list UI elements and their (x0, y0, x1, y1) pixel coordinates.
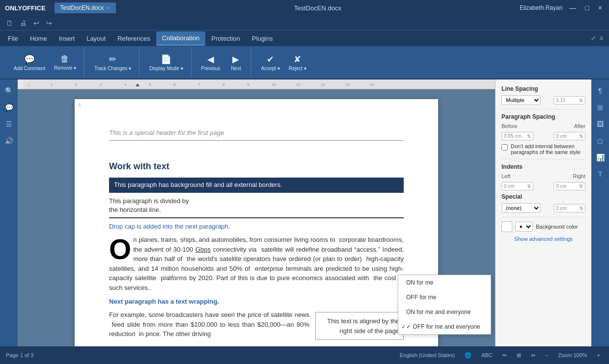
title-bar-right: Elizabeth.Rayan — □ × (520, 4, 604, 12)
title-bar-left: ONLYOFFICE TestDocEN.docx × (5, 2, 116, 13)
next-icon: ▶ (232, 54, 239, 65)
ribbon-group-comment: 💬 Add Comment 🗑 Remove ▾ (6, 48, 84, 77)
add-comment-label: Add Comment (14, 66, 45, 71)
minimize-button[interactable]: — (567, 4, 578, 12)
app-logo: ONLYOFFICE (5, 4, 46, 12)
menu-more-icon[interactable]: ≡ (600, 35, 603, 42)
remove-icon: 🗑 (60, 54, 69, 64)
menu-bar: File Home Insert Layout References Colla… (0, 30, 609, 46)
display-mode-icon: 📄 (161, 54, 171, 65)
ribbon-group-nav: ◀ Previous ▶ Next (194, 48, 251, 77)
quick-toolbar: 🗋 🖨 ↩ ↪ (0, 16, 609, 30)
accept-icon: ✔ (267, 54, 274, 65)
display-mode-button[interactable]: 📄 Display Mode ▾ (145, 49, 187, 76)
accept-label: Accept ▾ (261, 66, 279, 71)
remove-label: Remove ▾ (54, 65, 76, 71)
close-window-button[interactable]: × (596, 4, 604, 12)
remove-button[interactable]: 🗑 Remove ▾ (50, 49, 80, 76)
ribbon: 💬 Add Comment 🗑 Remove ▾ ✏ Track Changes… (0, 46, 609, 79)
title-center: TestDocEN.docx (116, 4, 520, 12)
new-file-button[interactable]: 🗋 (4, 18, 15, 28)
track-changes-label: Track Changes ▾ (94, 66, 131, 71)
track-changes-icon: ✏ (109, 54, 116, 65)
display-mode-label: Display Mode ▾ (149, 66, 183, 71)
tab-close-button[interactable]: × (107, 5, 110, 11)
menu-right-icons: ⤢ ≡ (587, 35, 607, 42)
accept-button[interactable]: ✔ Accept ▾ (257, 49, 283, 76)
next-button[interactable]: ▶ Next (225, 49, 247, 76)
next-label: Next (231, 66, 241, 71)
ribbon-group-accept: ✔ Accept ▾ ✘ Reject ▾ (253, 48, 314, 77)
menu-protection[interactable]: Protection (205, 32, 246, 45)
menu-insert[interactable]: Insert (53, 32, 81, 45)
menu-file[interactable]: File (2, 32, 24, 45)
ribbon-group-track: ✏ Track Changes ▾ (86, 48, 139, 77)
redo-button[interactable]: ↪ (44, 18, 54, 28)
expand-icon[interactable]: ⤢ (591, 35, 596, 42)
menu-collaboration[interactable]: Collaboration (156, 31, 206, 46)
previous-button[interactable]: ◀ Previous (197, 49, 224, 76)
add-comment-button[interactable]: 💬 Add Comment (10, 49, 49, 76)
reject-button[interactable]: ✘ Reject ▾ (285, 49, 310, 76)
track-changes-button[interactable]: ✏ Track Changes ▾ (90, 49, 135, 76)
undo-button[interactable]: ↩ (31, 18, 41, 28)
menu-references[interactable]: References (111, 32, 156, 45)
username: Elizabeth.Rayan (520, 4, 562, 11)
tab-filename: TestDocEN.docx (60, 4, 104, 11)
maximize-button[interactable]: □ (583, 4, 591, 12)
previous-label: Previous (201, 66, 221, 71)
reject-icon: ✘ (294, 54, 301, 65)
menu-plugins[interactable]: Plugins (246, 32, 279, 45)
ribbon-group-display: 📄 Display Mode ▾ (141, 48, 191, 77)
menu-home[interactable]: Home (24, 32, 53, 45)
active-tab[interactable]: TestDocEN.docx × (55, 2, 116, 13)
menu-layout[interactable]: Layout (81, 32, 111, 45)
add-comment-icon: 💬 (24, 54, 35, 65)
tab-area: TestDocEN.docx × (55, 2, 116, 13)
reject-label: Reject ▾ (289, 66, 306, 71)
title-bar: ONLYOFFICE TestDocEN.docx × TestDocEN.do… (0, 0, 609, 16)
print-button[interactable]: 🖨 (18, 18, 28, 28)
previous-icon: ◀ (207, 54, 214, 65)
